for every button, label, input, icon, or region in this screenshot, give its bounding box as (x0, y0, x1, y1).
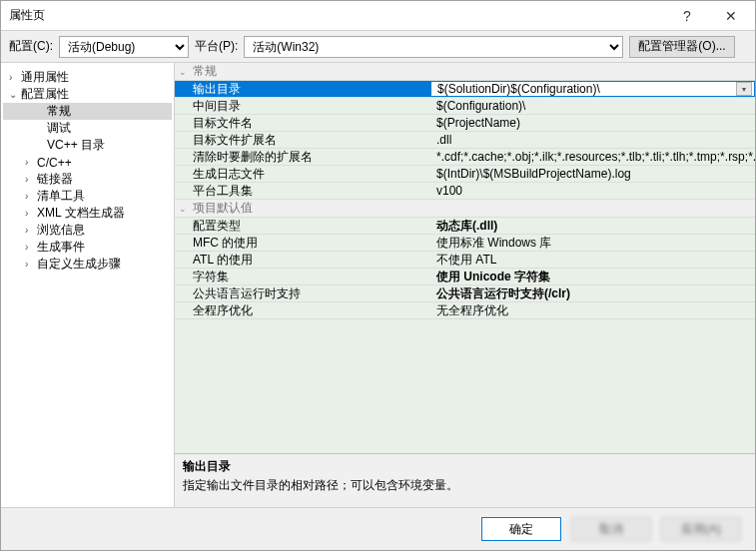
prop-platform-toolset[interactable]: 平台工具集 v100 (175, 183, 755, 200)
chevron-right-icon: › (9, 72, 21, 83)
tree-item-general[interactable]: 常规 (3, 103, 172, 120)
tree-item-manifest[interactable]: › 清单工具 (3, 188, 172, 205)
chevron-right-icon: › (25, 225, 37, 236)
chevron-right-icon: › (25, 259, 37, 270)
property-pages-dialog: 属性页 ? ✕ 配置(C): 活动(Debug) 平台(P): 活动(Win32… (0, 0, 756, 551)
window-title: 属性页 (9, 7, 665, 24)
close-button[interactable]: ✕ (709, 2, 753, 30)
config-toolbar: 配置(C): 活动(Debug) 平台(P): 活动(Win32) 配置管理器(… (1, 31, 755, 63)
dropdown-icon[interactable]: ▾ (736, 82, 752, 96)
tree-item-vcpp-dirs[interactable]: VC++ 目录 (3, 137, 172, 154)
chevron-right-icon: › (25, 191, 37, 202)
cancel-button[interactable]: 取消 (571, 517, 651, 541)
config-select[interactable]: 活动(Debug) (59, 36, 189, 58)
prop-target-name[interactable]: 目标文件名 $(ProjectName) (175, 115, 755, 132)
chevron-down-icon: ⌄ (179, 67, 193, 77)
platform-select[interactable]: 活动(Win32) (244, 36, 623, 58)
prop-build-log[interactable]: 生成日志文件 $(IntDir)\$(MSBuildProjectName).l… (175, 166, 755, 183)
help-button[interactable]: ? (665, 2, 709, 30)
chevron-right-icon: › (25, 174, 37, 185)
tree-item-ccpp[interactable]: › C/C++ (3, 154, 172, 171)
tree-item-debug[interactable]: 调试 (3, 120, 172, 137)
chevron-right-icon: › (25, 208, 37, 219)
chevron-right-icon: › (25, 242, 37, 253)
prop-config-type[interactable]: 配置类型 动态库(.dll) (175, 218, 755, 235)
prop-wpo[interactable]: 全程序优化 无全程序优化 (175, 302, 755, 319)
description-title: 输出目录 (183, 458, 747, 475)
prop-charset[interactable]: 字符集 使用 Unicode 字符集 (175, 269, 755, 285)
property-grid[interactable]: ⌄ 常规 输出目录 $(SolutionDir)$(Configuration)… (175, 63, 755, 453)
titlebar: 属性页 ? ✕ (1, 1, 755, 31)
tree-item-custom-build[interactable]: › 自定义生成步骤 (3, 256, 172, 273)
apply-button[interactable]: 应用(A) (661, 517, 741, 541)
prop-mfc-use[interactable]: MFC 的使用 使用标准 Windows 库 (175, 235, 755, 252)
property-tree[interactable]: › 通用属性 ⌄ 配置属性 常规 调试 VC++ 目录 › C/C++ › (1, 63, 175, 507)
tree-item-linker[interactable]: › 链接器 (3, 171, 172, 188)
chevron-down-icon: ⌄ (9, 89, 21, 100)
prop-intermediate-dir[interactable]: 中间目录 $(Configuration)\ (175, 98, 755, 115)
body: › 通用属性 ⌄ 配置属性 常规 调试 VC++ 目录 › C/C++ › (1, 63, 755, 508)
group-project-defaults[interactable]: ⌄ 项目默认值 (175, 200, 755, 218)
prop-target-ext[interactable]: 目标文件扩展名 .dll (175, 132, 755, 149)
platform-label: 平台(P): (195, 38, 238, 55)
prop-clean-ext[interactable]: 清除时要删除的扩展名 *.cdf;*.cache;*.obj;*.ilk;*.r… (175, 149, 755, 166)
prop-atl-use[interactable]: ATL 的使用 不使用 ATL (175, 252, 755, 269)
chevron-right-icon: › (25, 157, 37, 168)
dialog-footer: 确定 取消 应用(A) (1, 508, 755, 550)
chevron-down-icon: ⌄ (179, 204, 193, 214)
tree-item-xmldoc[interactable]: › XML 文档生成器 (3, 205, 172, 222)
group-general[interactable]: ⌄ 常规 (175, 63, 755, 81)
prop-output-dir[interactable]: 输出目录 $(SolutionDir)$(Configuration)\ ▾ (175, 81, 755, 98)
tree-item-build-events[interactable]: › 生成事件 (3, 239, 172, 256)
prop-clr-support[interactable]: 公共语言运行时支持 公共语言运行时支持(/clr) (175, 285, 755, 302)
description-panel: 输出目录 指定输出文件目录的相对路径；可以包含环境变量。 (175, 453, 755, 507)
ok-button[interactable]: 确定 (481, 517, 561, 541)
tree-item-browse[interactable]: › 浏览信息 (3, 222, 172, 239)
config-label: 配置(C): (9, 38, 53, 55)
tree-item-config-props[interactable]: ⌄ 配置属性 (3, 86, 172, 103)
description-text: 指定输出文件目录的相对路径；可以包含环境变量。 (183, 477, 747, 494)
tree-item-general-props[interactable]: › 通用属性 (3, 69, 172, 86)
config-manager-button[interactable]: 配置管理器(O)... (629, 36, 734, 58)
property-content: ⌄ 常规 输出目录 $(SolutionDir)$(Configuration)… (175, 63, 755, 507)
